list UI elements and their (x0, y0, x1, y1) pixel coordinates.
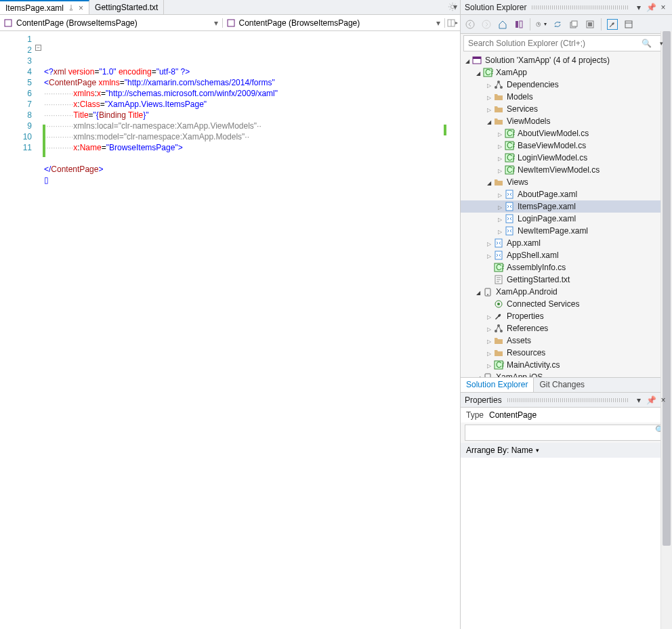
element-icon (4, 19, 12, 27)
tree-node[interactable]: C#MainActivity.cs (461, 359, 672, 371)
type-label: Type (466, 410, 484, 420)
back-icon[interactable] (465, 19, 476, 30)
tree-node[interactable]: Resources (461, 347, 672, 359)
code-content[interactable]: <?xml version="1.0" encoding="utf-8" ?><… (44, 31, 460, 629)
show-all-icon[interactable] (585, 19, 595, 30)
tree-node[interactable]: GettingStarted.txt (461, 274, 672, 286)
svg-rect-34 (506, 227, 513, 235)
tab-gettingstarted[interactable]: GettingStarted.txt (89, 0, 164, 14)
forward-icon[interactable] (481, 19, 492, 30)
pin-icon[interactable]: 📌 (646, 395, 656, 405)
tree-node[interactable]: Dependencies (461, 79, 672, 91)
svg-text:C#: C# (485, 68, 493, 77)
properties-search[interactable]: 🔍 (465, 425, 668, 441)
crumb-text: ContentPage (BrowseItemsPage) (16, 18, 138, 28)
arrange-by-label: Arrange By: Name (466, 446, 533, 455)
grip[interactable] (532, 5, 629, 9)
split-icon (447, 19, 455, 27)
tree-node[interactable]: LoginPage.xaml (461, 213, 672, 225)
pin-icon[interactable] (68, 5, 75, 12)
solution-search[interactable]: 🔍 ▾ (463, 35, 669, 51)
tree-node[interactable]: C#AssemblyInfo.cs (461, 261, 672, 274)
arrange-by[interactable]: Arrange By: Name ▾ (461, 443, 672, 458)
close-icon[interactable]: × (79, 3, 83, 13)
properties-icon[interactable] (607, 19, 618, 30)
tree-node[interactable]: Views (461, 176, 672, 188)
chevron-down-icon: ▾ (214, 18, 218, 28)
type-value: ContentPage (489, 410, 537, 420)
panel-title: Properties (465, 395, 502, 405)
tree-node[interactable]: Properties (461, 310, 672, 322)
home-icon[interactable] (497, 19, 508, 30)
grip[interactable] (507, 398, 629, 402)
tab-solution-explorer[interactable]: Solution Explorer (461, 378, 534, 392)
tree-node[interactable]: References (461, 322, 672, 334)
close-icon[interactable]: × (658, 395, 668, 405)
svg-text:C#: C# (496, 263, 504, 272)
tab-git-changes[interactable]: Git Changes (534, 378, 590, 392)
window-menu-icon[interactable]: ▾ (634, 3, 644, 12)
split-button[interactable]: ▸ (445, 19, 460, 27)
search-input[interactable] (464, 39, 639, 48)
tree-node[interactable]: AppShell.xaml (461, 249, 672, 261)
tree-node[interactable]: Connected Services (461, 298, 672, 310)
svg-rect-11 (572, 21, 577, 26)
scrollbar-thumb[interactable] (663, 31, 671, 546)
chevron-down-icon: ▾ (436, 18, 440, 28)
tree-node[interactable]: C#LoginViewModel.cs (461, 152, 672, 164)
svg-rect-13 (588, 22, 592, 26)
svg-point-5 (466, 20, 474, 28)
svg-rect-1 (5, 20, 12, 26)
chevron-down-icon[interactable]: ▾ (654, 40, 669, 47)
svg-rect-7 (516, 21, 518, 28)
collapse-all-icon[interactable] (568, 19, 579, 30)
pin-icon[interactable]: 📌 (646, 3, 656, 12)
tree-node[interactable]: NewItemPage.xaml (461, 225, 672, 237)
svg-text:C#: C# (507, 129, 515, 138)
code-editor[interactable]: − 1234567891011 <?xml version="1.0" enco… (0, 31, 460, 629)
tree-node[interactable]: Solution 'XamApp' (4 of 4 projects) (461, 54, 672, 66)
window-menu-icon[interactable]: ▾ (634, 395, 644, 405)
vertical-scrollbar[interactable] (660, 31, 672, 629)
tab-itemspage[interactable]: ItemsPage.xaml × (0, 0, 89, 14)
collapse-icon[interactable]: − (35, 45, 41, 51)
tree-node[interactable]: XamApp.iOS (461, 371, 672, 377)
svg-rect-32 (506, 202, 513, 211)
svg-rect-35 (495, 239, 502, 247)
tree-node[interactable]: Assets (461, 334, 672, 347)
editor-pane: ItemsPage.xaml × GettingStarted.txt ▾ Co… (0, 0, 461, 629)
change-marker (444, 125, 446, 135)
close-icon[interactable]: × (658, 3, 668, 12)
search-icon[interactable]: 🔍 (639, 39, 654, 48)
tree-node[interactable]: AboutPage.xaml (461, 188, 672, 200)
properties-body (461, 458, 672, 629)
tree-node[interactable]: XamApp.Android (461, 286, 672, 298)
panel-title: Solution Explorer (465, 3, 526, 12)
pending-changes-icon[interactable]: ▾ (536, 19, 547, 30)
properties-search-input[interactable] (465, 425, 652, 440)
gear-icon[interactable] (448, 2, 457, 12)
separator (530, 18, 530, 30)
properties-panel: Properties ▾ 📌 × Type ContentPage 🔍 Arra… (461, 392, 672, 629)
tree-node[interactable]: Models (461, 91, 672, 103)
sync-icon[interactable] (552, 19, 563, 30)
switch-views-icon[interactable] (513, 19, 524, 30)
tree-node[interactable]: C#AboutViewModel.cs (461, 127, 672, 139)
separator (601, 18, 602, 30)
tree-node[interactable]: ViewModels (461, 115, 672, 127)
svg-rect-14 (625, 21, 632, 28)
svg-point-0 (450, 5, 454, 8)
tree-node[interactable]: ItemsPage.xaml (461, 200, 672, 213)
type-dropdown[interactable]: ContentPage (BrowseItemsPage) ▾ (0, 18, 223, 28)
preview-icon[interactable] (623, 19, 634, 30)
tree-node[interactable]: App.xaml (461, 237, 672, 249)
solution-tree[interactable]: Solution 'XamApp' (4 of 4 projects)C#Xam… (461, 53, 672, 377)
tree-node[interactable]: C#XamApp (461, 66, 672, 79)
svg-rect-33 (506, 215, 513, 223)
member-dropdown[interactable]: ContentPage (BrowseItemsPage) ▾ (223, 18, 446, 28)
tree-node[interactable]: Services (461, 103, 672, 115)
solution-explorer-title: Solution Explorer ▾ 📌 × (461, 0, 672, 15)
tree-node[interactable]: C#BaseViewModel.cs (461, 139, 672, 152)
change-marker (43, 125, 45, 157)
tree-node[interactable]: C#NewItemViewModel.cs (461, 164, 672, 176)
